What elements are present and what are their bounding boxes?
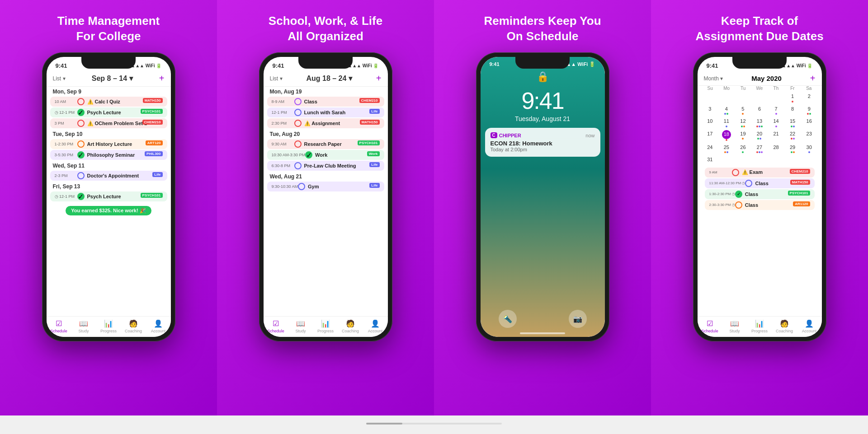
tab-study-1[interactable]: 📖 Study — [74, 319, 94, 333]
cal-day-11[interactable]: 11 — [718, 117, 735, 129]
cal-day-8[interactable]: 8 — [784, 104, 801, 117]
cal-day-13[interactable]: 13 — [751, 117, 768, 129]
cal-day-2[interactable]: 2 — [801, 92, 817, 104]
cal-day-26[interactable]: 26 — [735, 143, 751, 155]
item-time: 3 PM — [55, 121, 77, 126]
cal-day-27[interactable]: 27 — [751, 143, 768, 155]
scrollbar-thumb[interactable] — [366, 423, 402, 425]
item-work[interactable]: 10:30 AM-3:30 PM ✓ Work Work — [267, 150, 384, 160]
cal-day-7[interactable]: 7 — [768, 104, 784, 117]
item-assignment[interactable]: 2:30 PM ⚠️ Assignment MATH150 — [267, 118, 384, 128]
item-art-history[interactable]: 1-2:30 PM Art History Lecture ART120 — [50, 139, 167, 149]
add-btn-4[interactable]: + — [810, 73, 816, 84]
item-time: 9 AM — [709, 170, 732, 174]
tab-account-1[interactable]: 👤 Account — [148, 319, 168, 333]
tab-progress-1[interactable]: 📊 Progress — [99, 319, 118, 333]
item-circle — [77, 120, 85, 127]
add-btn-1[interactable]: + — [159, 73, 165, 84]
status-time-4: 9:41 — [707, 62, 718, 69]
phone-4-notch — [732, 57, 787, 69]
item-calc-quiz[interactable]: 10 AM ⚠️ Calc I Quiz MATH150 — [50, 97, 167, 107]
cal-day-23[interactable]: 23 — [801, 129, 817, 142]
cal-day-12[interactable]: 12 — [735, 117, 751, 129]
flashlight-button[interactable]: 🔦 — [499, 310, 517, 328]
cal-day-28[interactable]: 28 — [768, 143, 784, 155]
item-psych-lecture-2[interactable]: ◷ 12-1 PM ✓ Psych Lecture PSYCH101 — [50, 191, 167, 201]
cal-day-16[interactable]: 16 — [801, 117, 817, 129]
account-icon: 👤 — [371, 319, 380, 328]
item-research-paper[interactable]: 9:30 AM Research Paper PSYCH101 — [267, 139, 384, 149]
cal-day-18-today[interactable]: 18 — [718, 129, 735, 142]
tab-study-2[interactable]: 📖 Study — [291, 319, 311, 333]
tab-coaching-4[interactable]: 🧑 Coaching — [774, 319, 794, 333]
tab-account-4[interactable]: 👤 Account — [799, 319, 819, 333]
cal-day-10[interactable]: 10 — [702, 117, 718, 129]
tab-coaching-1[interactable]: 🧑 Coaching — [123, 319, 143, 333]
cal-day-31[interactable]: 31 — [702, 155, 718, 165]
item-time: 8-9 AM — [272, 99, 294, 104]
cal-day-29[interactable]: 29 — [784, 143, 801, 155]
item-time: 10 AM — [55, 99, 77, 104]
tab-label: Schedule — [701, 329, 718, 333]
item-gym[interactable]: 9:30-10:30 AM Gym Life — [267, 182, 384, 191]
list-nav-1[interactable]: List ▾ — [53, 75, 66, 82]
item-doctor[interactable]: 2-3 PM Doctor's Appointment Life — [50, 171, 167, 181]
panel-3-title: Reminders Keep YouOn Schedule — [484, 14, 601, 44]
notif-app-icon: C — [491, 132, 497, 138]
cal-day-24[interactable]: 24 — [702, 143, 718, 155]
tab-schedule-2[interactable]: ☑ Schedule — [266, 319, 286, 333]
tab-coaching-2[interactable]: 🧑 Coaching — [340, 319, 360, 333]
tab-label: Account — [151, 329, 166, 333]
date-range-2[interactable]: Aug 18 – 24 ▾ — [306, 74, 352, 83]
cal-day-21[interactable]: 21 — [768, 129, 784, 142]
panel-1-title: Time ManagementFor College — [57, 14, 160, 44]
item-circle — [735, 201, 742, 209]
schedule-icon: ☑ — [56, 319, 62, 328]
item-ochem[interactable]: 3 PM ⚠️ OChem Problem Set 1 CHEM210 — [50, 118, 167, 128]
tab-progress-4[interactable]: 📊 Progress — [750, 319, 769, 333]
account-icon: 👤 — [154, 319, 163, 328]
item-circle: ✓ — [305, 151, 312, 159]
add-btn-2[interactable]: + — [376, 73, 382, 84]
tab-schedule-4[interactable]: ☑ Schedule — [700, 319, 720, 333]
cal-day-20[interactable]: 20 — [751, 129, 768, 142]
cal-day-9[interactable]: 9 — [801, 104, 817, 117]
cal-event-class-art[interactable]: 2:30-3:30 PM ◷ Class AR1120 — [705, 200, 815, 210]
schedule-content-1: Mon, Sep 9 10 AM ⚠️ Calc I Quiz MATH150 … — [47, 87, 171, 316]
camera-button[interactable]: 📷 — [569, 310, 587, 328]
cal-day-3[interactable]: 3 — [702, 104, 718, 117]
progress-icon: 📊 — [321, 319, 330, 328]
cal-day-6[interactable]: 6 — [751, 104, 768, 117]
item-prelaw[interactable]: 6:30-8 PM Pre-Law Club Meeting Life — [267, 161, 384, 171]
list-nav-2[interactable]: List ▾ — [270, 75, 283, 82]
cal-weeks: 1 2 3 4 5 6 7 8 9 — [702, 92, 817, 165]
cal-day-14[interactable]: 14 — [768, 117, 784, 129]
cal-events: 9 AM ⚠️ Exam CHEM210 11:30 AM-12:30 PM ◷… — [698, 165, 822, 316]
cal-day-5[interactable]: 5 — [735, 104, 751, 117]
cal-day-19[interactable]: 19 — [735, 129, 751, 142]
tab-progress-2[interactable]: 📊 Progress — [316, 319, 335, 333]
item-philosophy[interactable]: 3-5:30 PM ✓ Philosophy Seminar PHIL300 — [50, 150, 167, 160]
phone-2-screen: 9:41 ▲▲▲ WiFi 🔋 List ▾ Aug 18 – 24 ▾ + M… — [264, 57, 388, 337]
cal-day-1[interactable]: 1 — [784, 92, 801, 104]
item-class-chem[interactable]: 8-9 AM Class CHEM210 — [267, 97, 384, 107]
cal-event-class-psych[interactable]: 1:30-2:30 PM ◷ ✓ Class PSYCH101 — [705, 189, 815, 199]
cal-day-15[interactable]: 15 — [784, 117, 801, 129]
cal-day-25[interactable]: 25 — [718, 143, 735, 155]
date-range-1[interactable]: Sep 8 – 14 ▾ — [92, 74, 133, 83]
scrollbar-track[interactable] — [366, 423, 502, 425]
cal-day-30[interactable]: 30 — [801, 143, 817, 155]
item-lunch-sarah[interactable]: 12-1 PM Lunch with Sarah Life — [267, 107, 384, 117]
tab-account-2[interactable]: 👤 Account — [365, 319, 385, 333]
app-header-2: List ▾ Aug 18 – 24 ▾ + — [264, 72, 388, 87]
cal-day-22[interactable]: 22 — [784, 129, 801, 142]
tab-study-4[interactable]: 📖 Study — [725, 319, 745, 333]
cal-day-4[interactable]: 4 — [718, 104, 735, 117]
cal-event-exam[interactable]: 9 AM ⚠️ Exam CHEM210 — [705, 168, 815, 177]
month-nav[interactable]: Month ▾ — [704, 75, 723, 82]
tab-schedule-1[interactable]: ☑ Schedule — [49, 319, 69, 333]
item-time: 9:30 AM — [272, 142, 294, 146]
cal-event-class-math[interactable]: 11:30 AM-12:30 PM ◷ Class MATH150 — [705, 178, 815, 188]
cal-day-17[interactable]: 17 — [702, 129, 718, 142]
item-psych-lecture-1[interactable]: ◷ 12-1 PM ✓ Psych Lecture PSYCH101 — [50, 107, 167, 117]
